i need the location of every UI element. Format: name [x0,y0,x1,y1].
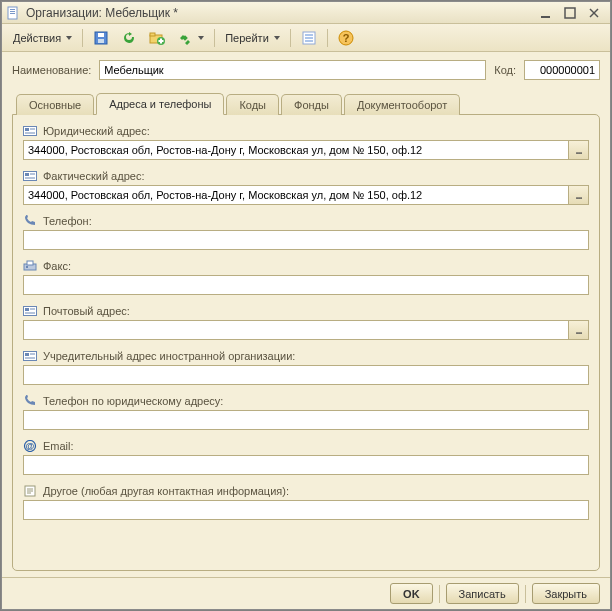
tab-2[interactable]: Коды [226,94,279,115]
toolbar-button-help[interactable]: ? [333,27,359,49]
chevron-down-icon [198,36,204,40]
toolbar-separator [290,29,291,47]
email-icon: @ [23,440,37,452]
toolbar-button-list[interactable] [296,27,322,49]
address-card-icon [23,350,37,362]
field-input-2[interactable] [23,230,589,250]
field-block: Телефон по юридическому адресу: [23,395,589,430]
svg-rect-3 [10,13,15,14]
save-button[interactable]: Записать [446,583,519,604]
toolbar-separator [327,29,328,47]
actions-label: Действия [13,32,61,44]
ellipsis-button[interactable]: ... [569,185,589,205]
diskette-icon [93,30,109,46]
document-icon [6,6,20,20]
field-input-row: ... [23,320,589,340]
tab-3[interactable]: Фонды [281,94,342,115]
tab-strip: ОсновныеАдреса и телефоныКодыФондыДокуме… [12,90,600,114]
field-input-7[interactable] [23,455,589,475]
name-input[interactable] [99,60,486,80]
svg-rect-2 [10,11,15,12]
tab-4[interactable]: Документооборот [344,94,460,115]
form-body: Наименование: Код: ОсновныеАдреса и теле… [2,52,610,577]
close-button[interactable] [586,5,602,21]
field-label-row: Другое (любая другая контактная информац… [23,485,589,497]
field-input-4[interactable] [23,320,569,340]
field-block: Телефон: [23,215,589,250]
field-input-row [23,230,589,250]
toolbar-button-link-dropdown[interactable] [172,27,209,49]
field-label-row: Учредительный адрес иностранной организа… [23,350,589,362]
field-block: Фактический адрес:... [23,170,589,205]
titlebar: Организации: Мебельщик * [2,2,610,24]
field-block: Юридический адрес:... [23,125,589,160]
name-code-row: Наименование: Код: [12,60,600,80]
field-block: Другое (любая другая контактная информац… [23,485,589,520]
toolbar: Действия Перейти [2,24,610,52]
svg-rect-39 [25,353,29,356]
field-label: Телефон: [43,215,92,227]
window-title: Организации: Мебельщик * [26,6,538,20]
svg-rect-12 [150,33,155,36]
field-label-row: Фактический адрес: [23,170,589,182]
svg-rect-4 [541,16,550,18]
ellipsis-button[interactable]: ... [569,320,589,340]
field-input-3[interactable] [23,275,589,295]
toolbar-button-refresh[interactable] [116,27,142,49]
field-input-row [23,500,589,520]
chevron-down-icon [274,36,280,40]
tab-1[interactable]: Адреса и телефоны [96,93,224,115]
field-input-6[interactable] [23,410,589,430]
tab-0[interactable]: Основные [16,94,94,115]
address-card-icon [23,305,37,317]
toolbar-separator [214,29,215,47]
address-card-icon [23,170,37,182]
goto-menu-button[interactable]: Перейти [220,27,285,49]
field-input-8[interactable] [23,500,589,520]
field-input-row: ... [23,140,589,160]
svg-rect-9 [98,33,104,37]
svg-rect-1 [10,9,15,10]
phone-icon [23,395,37,407]
field-label-row: Телефон по юридическому адресу: [23,395,589,407]
ellipsis-button[interactable]: ... [569,140,589,160]
field-input-row [23,275,589,295]
app-window: Организации: Мебельщик * Действия [1,1,611,610]
actions-menu-button[interactable]: Действия [8,27,77,49]
field-label: Email: [43,440,74,452]
field-label: Факс: [43,260,71,272]
field-block: Учредительный адрес иностранной организа… [23,350,589,385]
name-label: Наименование: [12,64,91,76]
close-form-button[interactable]: Закрыть [532,583,600,604]
field-input-1[interactable] [23,185,569,205]
maximize-button[interactable] [562,5,578,21]
field-block: Почтовый адрес:... [23,305,589,340]
footer: OK Записать Закрыть [2,577,610,609]
window-controls [538,5,606,21]
folder-plus-icon [149,30,165,46]
minimize-button[interactable] [538,5,554,21]
field-label: Телефон по юридическому адресу: [43,395,223,407]
toolbar-button-save[interactable] [88,27,114,49]
field-label-row: Юридический адрес: [23,125,589,137]
svg-text:?: ? [342,32,349,44]
ok-button[interactable]: OK [390,583,433,604]
list-icon [301,30,317,46]
field-input-5[interactable] [23,365,589,385]
svg-rect-33 [26,266,28,268]
toolbar-button-folder[interactable] [144,27,170,49]
field-input-0[interactable] [23,140,569,160]
link-icon [177,30,193,46]
code-input[interactable] [524,60,600,80]
svg-rect-32 [27,261,33,265]
field-label: Другое (любая другая контактная информац… [43,485,289,497]
phone-icon [23,215,37,227]
field-label: Учредительный адрес иностранной организа… [43,350,295,362]
chevron-down-icon [66,36,72,40]
fax-icon [23,260,37,272]
help-icon: ? [338,30,354,46]
address-card-icon [23,125,37,137]
svg-text:@: @ [26,441,35,451]
svg-rect-5 [565,8,575,18]
tab-panel-addresses: Юридический адрес:...Фактический адрес:.… [12,114,600,571]
